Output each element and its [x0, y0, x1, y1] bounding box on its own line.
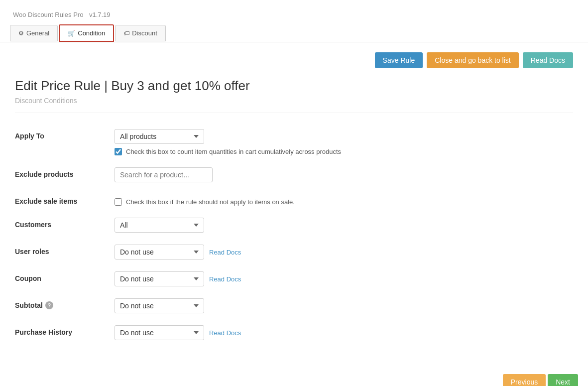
exclude-sale-items-checkbox[interactable] [115, 198, 122, 206]
coupon-label: Coupon [15, 271, 115, 282]
sale-items-checkbox-row: Check this box if the rule should not ap… [115, 198, 573, 206]
cumulative-checkbox-label: Check this box to count item quantities … [126, 148, 341, 155]
subtotal-label-text: Subtotal [15, 301, 43, 309]
apply-to-control: All products Specific products Product c… [115, 129, 573, 155]
exclude-products-input[interactable] [115, 167, 213, 182]
tab-condition[interactable]: 🛒 Condition [59, 24, 114, 42]
footer-nav: Previous Next [0, 366, 588, 386]
exclude-products-control [115, 167, 573, 182]
customers-label: Customers [15, 218, 115, 229]
tab-general[interactable]: ⚙ General [10, 25, 58, 41]
subtotal-label: Subtotal ? [15, 298, 115, 309]
tab-condition-label: Condition [78, 29, 105, 37]
general-icon: ⚙ [18, 30, 24, 37]
page-title: Edit Price Rule | Buy 3 and get 10% offe… [15, 78, 573, 94]
exclude-products-label: Exclude products [15, 167, 115, 178]
tab-general-label: General [26, 29, 49, 37]
purchase-history-label: Purchase History [15, 325, 115, 336]
purchase-history-select[interactable]: Do not use [115, 325, 204, 340]
user-roles-select[interactable]: Do not use [115, 245, 204, 259]
read-docs-button[interactable]: Read Docs [523, 52, 573, 68]
coupon-read-docs[interactable]: Read Docs [209, 275, 241, 283]
subtotal-help-icon[interactable]: ? [45, 301, 53, 309]
coupon-row: Coupon Do not use Read Docs [15, 265, 573, 292]
exclude-products-row: Exclude products [15, 161, 573, 188]
next-button[interactable]: Next [548, 374, 578, 386]
purchase-history-row: Purchase History Do not use Read Docs [15, 319, 573, 346]
main-content: Save Rule Close and go back to list Read… [0, 42, 588, 356]
purchase-history-select-row: Do not use Read Docs [115, 325, 573, 340]
subtotal-select[interactable]: Do not use [115, 298, 204, 313]
user-roles-row: User roles Do not use Read Docs [15, 239, 573, 265]
cumulative-checkbox-row: Check this box to count item quantities … [115, 148, 573, 155]
subtotal-control: Do not use [115, 298, 573, 313]
page-subtitle: Discount Conditions [15, 97, 573, 105]
purchase-history-read-docs[interactable]: Read Docs [209, 329, 241, 337]
exclude-sale-items-row: Exclude sale items Check this box if the… [15, 188, 573, 212]
discount-icon: 🏷 [123, 30, 129, 37]
app-header: Woo Discount Rules Pro v1.7.19 [0, 0, 588, 24]
user-roles-read-docs[interactable]: Read Docs [209, 249, 241, 256]
customers-row: Customers All Logged in Guest [15, 212, 573, 239]
cumulative-checkbox[interactable] [115, 148, 122, 155]
exclude-sale-items-label: Exclude sale items [15, 194, 115, 205]
tab-discount[interactable]: 🏷 Discount [115, 25, 166, 41]
app-title: Woo Discount Rules Pro v1.7.19 [10, 8, 111, 19]
apply-to-label: Apply To [15, 129, 115, 140]
coupon-select-row: Do not use Read Docs [115, 271, 573, 286]
toolbar: Save Rule Close and go back to list Read… [15, 52, 573, 68]
previous-button[interactable]: Previous [503, 374, 546, 386]
subtotal-row: Subtotal ? Do not use [15, 292, 573, 319]
coupon-select[interactable]: Do not use [115, 271, 204, 286]
save-rule-button[interactable]: Save Rule [375, 52, 423, 68]
customers-select[interactable]: All Logged in Guest [115, 218, 204, 233]
apply-to-row: Apply To All products Specific products … [15, 123, 573, 161]
tabs-bar: ⚙ General 🛒 Condition 🏷 Discount [0, 24, 588, 42]
app-version: v1.7.19 [89, 11, 111, 18]
customers-control: All Logged in Guest [115, 218, 573, 233]
exclude-sale-items-checkbox-label: Check this box if the rule should not ap… [126, 198, 295, 206]
apply-to-select[interactable]: All products Specific products Product c… [115, 129, 204, 144]
tab-discount-label: Discount [132, 29, 157, 37]
app-title-text: Woo Discount Rules Pro [13, 11, 83, 18]
condition-icon: 🛒 [68, 30, 75, 37]
section-divider [15, 113, 573, 113]
user-roles-label: User roles [15, 245, 115, 256]
user-roles-control: Do not use Read Docs [115, 245, 573, 259]
coupon-control: Do not use Read Docs [115, 271, 573, 286]
user-roles-select-row: Do not use Read Docs [115, 245, 573, 259]
purchase-history-control: Do not use Read Docs [115, 325, 573, 340]
exclude-sale-items-control: Check this box if the rule should not ap… [115, 194, 573, 206]
close-button[interactable]: Close and go back to list [427, 52, 519, 68]
